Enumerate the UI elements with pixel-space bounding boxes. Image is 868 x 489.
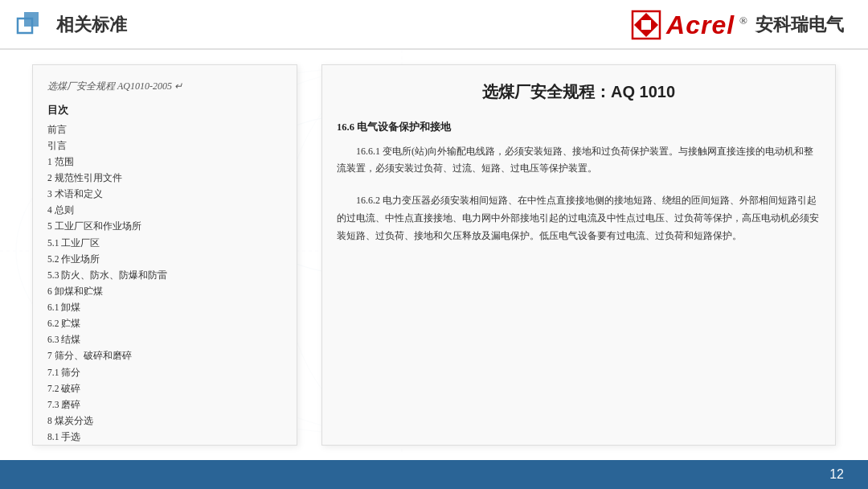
toc-item: 6.3 结煤	[47, 331, 282, 347]
toc-item: 7 筛分、破碎和磨碎	[47, 347, 282, 364]
toc-item: 6.1 卸煤	[47, 299, 282, 315]
toc-item: 6.2 贮煤	[47, 315, 282, 331]
toc-heading: 目次	[47, 102, 282, 119]
toc-item: 1 范围	[47, 154, 282, 170]
svg-rect-4	[641, 20, 651, 30]
toc-item: 2 规范性引用文件	[47, 170, 282, 186]
toc-item: 4 总则	[47, 202, 282, 218]
header: 相关标准 Acrel ® 安科瑞电气	[0, 0, 868, 50]
toc-item: 6 卸煤和贮煤	[47, 283, 282, 299]
toc-item: 引言	[47, 138, 282, 154]
acrel-logo-text: Acrel	[666, 10, 735, 40]
toc-item: 8 煤炭分选	[47, 413, 282, 429]
toc-item: 8.1 手选	[47, 429, 282, 445]
toc-item: 5.3 防火、防水、防爆和防雷	[47, 267, 282, 283]
toc-list: 前言 引言 1 范围 2 规范性引用文件 3 术语和定义 4 总则 5 工业厂区…	[47, 121, 282, 446]
toc-item: 7.3 磨碎	[47, 397, 282, 413]
right-doc-title: 选煤厂安全规程：AQ 1010	[337, 78, 821, 105]
svg-rect-1	[24, 12, 39, 27]
right-document-panel: 选煤厂安全规程：AQ 1010 16.6 电气设备保护和接地 16.6.1 变电…	[321, 64, 836, 446]
logo-area: Acrel ® 安科瑞电气	[631, 10, 844, 40]
section-icon	[16, 10, 45, 39]
left-doc-header: 选煤厂安全规程 AQ1010-2005 ↵	[47, 78, 282, 94]
footer: 12	[0, 460, 868, 489]
toc-item: 7.1 筛分	[47, 364, 282, 380]
brand-name: 安科瑞电气	[755, 13, 844, 37]
toc-item: 5.1 工业厂区	[47, 235, 282, 251]
header-left: 相关标准	[16, 10, 127, 39]
acrel-logo-icon	[631, 10, 661, 40]
toc-item: 8.2 跳汰选煤	[47, 445, 282, 446]
section-heading: 16.6 电气设备保护和接地	[337, 118, 821, 137]
toc-item: 5 工业厂区和作业场所	[47, 218, 282, 234]
page-title: 相关标准	[56, 13, 127, 37]
toc-item: 3 术语和定义	[47, 186, 282, 202]
toc-item: 前言	[47, 121, 282, 138]
paragraph-2: 16.6.2 电力变压器必须安装相间短路、在中性点直接接地侧的接地短路、绕组的匝…	[337, 192, 821, 244]
paragraph-1: 16.6.1 变电所(站)向外输配电线路，必须安装短路、接地和过负荷保护装置。与…	[337, 143, 821, 178]
page-number: 12	[829, 467, 844, 482]
left-document-panel: 选煤厂安全规程 AQ1010-2005 ↵ 目次 前言 引言 1 范围 2 规范…	[32, 64, 297, 446]
registered-mark: ®	[739, 14, 747, 27]
toc-item: 7.2 破碎	[47, 380, 282, 397]
main-content: 选煤厂安全规程 AQ1010-2005 ↵ 目次 前言 引言 1 范围 2 规范…	[0, 50, 868, 460]
toc-item: 5.2 作业场所	[47, 251, 282, 267]
